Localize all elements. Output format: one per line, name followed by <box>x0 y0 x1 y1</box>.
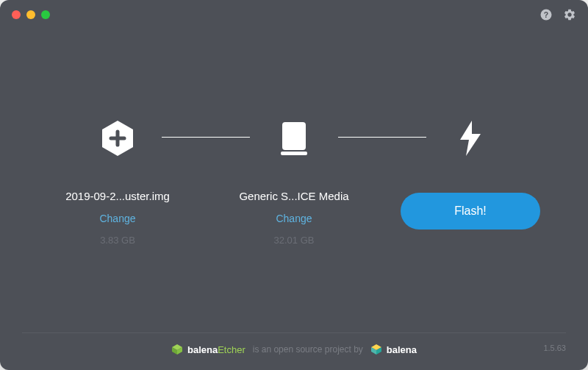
flash-button[interactable]: Flash! <box>401 193 540 230</box>
flash-bolt-icon <box>457 116 484 160</box>
drive-name: Generic S...ICE Media <box>239 190 348 202</box>
step-flash: Flash! <box>397 116 544 230</box>
version-label: 1.5.63 <box>543 344 566 352</box>
brand-balena-link[interactable]: balena <box>370 344 417 355</box>
help-icon[interactable]: ? <box>539 8 553 21</box>
close-window-button[interactable] <box>12 10 21 19</box>
plus-hexagon-icon <box>98 116 137 160</box>
footer-center: balenaEtcher is an open source project b… <box>171 344 417 355</box>
drive-size: 32.01 GB <box>274 235 315 246</box>
brand-text-company: balena <box>387 344 417 355</box>
connector-line <box>338 137 426 138</box>
settings-icon[interactable] <box>563 8 576 21</box>
main-content: 2019-09-2...uster.img Change 3.83 GB Gen… <box>0 29 588 332</box>
drive-icon <box>278 116 310 160</box>
titlebar: ? <box>0 0 588 29</box>
svg-marker-7 <box>460 121 481 156</box>
brand-text-etcher: Etcher <box>218 344 245 355</box>
traffic-lights <box>12 10 50 19</box>
minimize-window-button[interactable] <box>26 10 35 19</box>
maximize-window-button[interactable] <box>41 10 50 19</box>
footer-tagline: is an open source project by <box>253 344 363 355</box>
svg-rect-5 <box>282 122 306 150</box>
image-filename: 2019-09-2...uster.img <box>65 190 170 202</box>
steps-container: 2019-09-2...uster.img Change 3.83 GB Gen… <box>44 116 544 246</box>
step-select-drive: Generic S...ICE Media Change 32.01 GB <box>220 116 368 246</box>
connector-line <box>162 137 250 138</box>
change-image-link[interactable]: Change <box>99 213 135 224</box>
image-size: 3.83 GB <box>100 235 135 246</box>
brand-text-balena: balena <box>187 344 218 355</box>
change-drive-link[interactable]: Change <box>276 213 312 224</box>
titlebar-actions: ? <box>539 8 576 21</box>
step-select-image: 2019-09-2...uster.img Change 3.83 GB <box>44 116 191 246</box>
cube-icon <box>171 344 183 355</box>
brand-etcher[interactable]: balenaEtcher <box>171 344 245 355</box>
cube-icon <box>370 344 382 355</box>
footer: balenaEtcher is an open source project b… <box>22 332 566 355</box>
svg-text:?: ? <box>544 10 548 19</box>
app-window: ? 2019-09-2...uster.img Change 3.83 GB <box>0 0 588 370</box>
svg-rect-6 <box>281 152 307 155</box>
